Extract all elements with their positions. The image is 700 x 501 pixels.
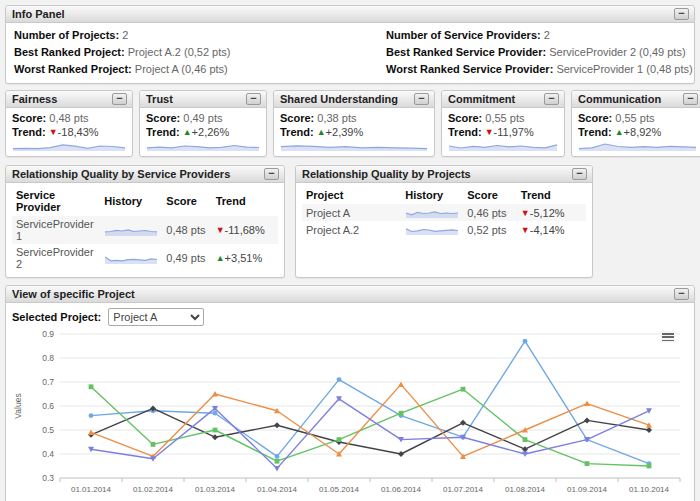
info-label: Number of Projects:	[14, 29, 119, 41]
row-score: 0,46 pts	[463, 204, 517, 221]
series-fairness	[88, 405, 652, 457]
trend-value: -11,68%	[225, 224, 265, 236]
dashboard-page: Info Panel − Number of Projects: 2Best R…	[0, 0, 700, 501]
trend-down-icon: ▼	[485, 127, 494, 137]
row-trend: ▲+3,51%	[212, 244, 278, 272]
info-label: Worst Ranked Project:	[14, 63, 132, 75]
info-value: Project A (0,46 pts)	[135, 63, 228, 75]
row-name: Project A.2	[302, 221, 401, 238]
row-name: Project A	[302, 204, 401, 221]
metric-sparkline	[12, 139, 126, 152]
info-provider-line-0: Number of Service Providers: 2	[386, 27, 686, 44]
row-trend: ▼-11,68%	[212, 216, 278, 244]
metric-panel-fairness: Fairness−Score: 0,48 ptsTrend: ▼-18,43%	[5, 90, 133, 157]
metric-panel-communication: Communication−Score: 0,55 ptsTrend: ▲+8,…	[571, 90, 700, 157]
selected-project-label: Selected Project:	[12, 311, 101, 323]
row-trend: ▼-4,14%	[517, 221, 586, 238]
metric-panel-header: Fairness−	[6, 91, 132, 108]
trend-label: Trend:	[146, 126, 180, 138]
collapse-icon[interactable]: −	[674, 288, 689, 300]
table-header-row: ProjectHistoryScoreTrend	[302, 185, 586, 204]
trend-value: +3,51%	[225, 252, 263, 264]
history-sparkline	[405, 206, 459, 219]
column-header: Trend	[212, 185, 278, 216]
row-name: ServiceProvider 1	[12, 216, 100, 244]
score-label: Score:	[280, 112, 314, 124]
collapse-icon[interactable]: −	[544, 93, 559, 105]
collapse-icon[interactable]: −	[112, 93, 127, 105]
column-header: Score	[162, 185, 211, 216]
info-label: Best Ranked Project:	[14, 46, 125, 58]
info-label: Number of Service Providers:	[386, 29, 541, 41]
project-view-body: Selected Project: Project A 0.30.40.50.6…	[6, 303, 694, 501]
metric-trend-line: Trend: ▲+2,26%	[146, 125, 260, 139]
table-panel-header: Relationship Quality by Projects−	[296, 166, 592, 183]
table-panel-title: Relationship Quality by Service Provider…	[12, 168, 230, 180]
row-history	[100, 216, 162, 244]
row-history	[401, 204, 463, 221]
project-select[interactable]: Project A	[108, 308, 204, 326]
trend-up-icon: ▲	[317, 127, 326, 137]
row-trend: ▼-5,12%	[517, 204, 586, 221]
metric-score-line: Score: 0,38 pts	[280, 111, 428, 125]
svg-text:01.10.2014: 01.10.2014	[629, 485, 670, 494]
info-providers-column: Number of Service Providers: 2Best Ranke…	[350, 27, 686, 78]
svg-text:01.03.2014: 01.03.2014	[195, 485, 236, 494]
trend-value: -5,12%	[530, 207, 565, 219]
svg-text:Values: Values	[13, 393, 23, 418]
table-panel-title: Relationship Quality by Projects	[302, 168, 471, 180]
trend-down-icon: ▼	[521, 208, 530, 218]
metric-sparkline	[578, 139, 697, 152]
metric-panel-body: Score: 0,49 ptsTrend: ▲+2,26%	[140, 108, 266, 156]
svg-text:01.05.2014: 01.05.2014	[319, 485, 360, 494]
metric-trend-line: Trend: ▲+2,39%	[280, 125, 428, 139]
trend-label: Trend:	[448, 126, 482, 138]
metric-panel-title: Communication	[578, 93, 661, 105]
metric-panel-body: Score: 0,38 ptsTrend: ▲+2,39%	[274, 108, 434, 156]
trend-label: Trend:	[12, 126, 46, 138]
collapse-icon[interactable]: −	[414, 93, 429, 105]
info-project-line-1: Best Ranked Project: Project A.2 (0,52 p…	[14, 44, 350, 61]
row-history	[401, 221, 463, 238]
metric-panel-title: Fairness	[12, 93, 57, 105]
row-score: 0,52 pts	[463, 221, 517, 238]
trend-value: -11,97%	[494, 126, 534, 138]
collapse-icon[interactable]: −	[683, 93, 698, 105]
column-header: Score	[463, 185, 517, 204]
info-value: ServiceProvider 1 (0,48 pts)	[556, 63, 692, 75]
trend-label: Trend:	[280, 126, 314, 138]
trend-up-icon: ▲	[615, 127, 624, 137]
metric-panel-header: Trust−	[140, 91, 266, 108]
column-header: Project	[302, 185, 401, 204]
info-panel-title: Info Panel	[12, 8, 65, 20]
series-commitment	[88, 381, 652, 459]
info-panel: Info Panel − Number of Projects: 2Best R…	[5, 5, 695, 84]
collapse-icon[interactable]: −	[572, 168, 587, 180]
collapse-icon[interactable]: −	[246, 93, 261, 105]
table-row[interactable]: Project A0,46 pts▼-5,12%	[302, 204, 586, 221]
svg-text:01.01.2014: 01.01.2014	[71, 485, 112, 494]
column-header: History	[100, 185, 162, 216]
chart-menu-icon[interactable]	[660, 331, 676, 343]
metric-trend-line: Trend: ▼-18,43%	[12, 125, 126, 139]
trend-down-icon: ▼	[216, 225, 225, 235]
table-body: Project A0,46 pts▼-5,12%Project A.20,52 …	[302, 204, 586, 238]
table-row[interactable]: Project A.20,52 pts▼-4,14%	[302, 221, 586, 238]
collapse-icon[interactable]: −	[674, 8, 689, 20]
score-label: Score:	[146, 112, 180, 124]
table-row[interactable]: ServiceProvider 10,48 pts▼-11,68%	[12, 216, 278, 244]
trend-up-icon: ▲	[216, 253, 225, 263]
collapse-icon[interactable]: −	[264, 168, 279, 180]
svg-text:0.8: 0.8	[42, 353, 54, 363]
row-score: 0,49 pts	[162, 244, 211, 272]
metric-score-line: Score: 0,55 pts	[448, 111, 558, 125]
score-value: 0,55 pts	[615, 112, 654, 124]
svg-text:0.7: 0.7	[42, 377, 54, 387]
metric-panel-body: Score: 0,55 ptsTrend: ▲+8,92%	[572, 108, 700, 156]
metric-panels-row: Fairness−Score: 0,48 ptsTrend: ▼-18,43%T…	[5, 90, 695, 157]
metric-panel-shared-understanding: Shared Understanding−Score: 0,38 ptsTren…	[273, 90, 435, 157]
project-view-title: View of specific Project	[12, 288, 135, 300]
table-row[interactable]: ServiceProvider 20,49 pts▲+3,51%	[12, 244, 278, 272]
history-sparkline	[405, 223, 459, 236]
metric-panel-commitment: Commitment−Score: 0,55 ptsTrend: ▼-11,97…	[441, 90, 565, 157]
